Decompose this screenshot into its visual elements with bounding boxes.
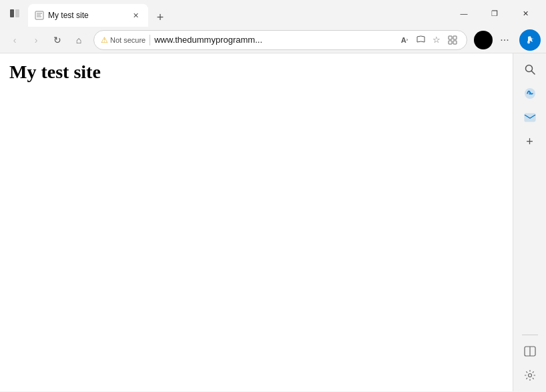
svg-line-13 xyxy=(531,71,535,75)
navbar: ‹ › ↻ ⌂ ⚠ Not secure www.thedummyprogram… xyxy=(0,27,546,53)
svg-point-19 xyxy=(528,374,531,377)
immersive-reader-button[interactable] xyxy=(413,33,428,47)
sidebar-toggle-button[interactable] xyxy=(5,4,24,23)
collections-button[interactable] xyxy=(445,33,460,47)
svg-rect-7 xyxy=(453,36,457,39)
right-sidebar: + xyxy=(513,53,546,391)
active-tab[interactable]: My test site ✕ xyxy=(28,4,148,27)
svg-rect-9 xyxy=(453,41,457,44)
bing-chat-button[interactable] xyxy=(519,29,541,51)
svg-point-11 xyxy=(527,40,530,43)
address-bar-icons: A› ☆ xyxy=(397,33,460,47)
new-tab-button[interactable]: + xyxy=(151,8,170,27)
sidebar-split-screen-button[interactable] xyxy=(519,341,541,362)
page-heading: My test site xyxy=(9,61,503,83)
refresh-button[interactable]: ↻ xyxy=(48,31,67,49)
tab-title: My test site xyxy=(48,11,125,20)
security-warning-icon: ⚠ xyxy=(101,35,108,45)
webpage-content: My test site xyxy=(0,53,513,391)
tab-favicon-icon xyxy=(35,11,44,20)
window-controls: — ❐ ✕ xyxy=(449,0,541,27)
svg-rect-16 xyxy=(525,114,535,122)
profile-button[interactable] xyxy=(474,31,493,49)
browser-body: My test site + xyxy=(0,53,546,391)
favorites-button[interactable]: ☆ xyxy=(429,33,444,47)
home-button[interactable]: ⌂ xyxy=(69,31,88,49)
sidebar-search-button[interactable] xyxy=(519,59,541,80)
read-aloud-button[interactable]: A› xyxy=(397,33,412,47)
sidebar-settings-button[interactable] xyxy=(519,365,541,386)
address-divider xyxy=(150,35,150,45)
forward-button[interactable]: › xyxy=(27,31,45,49)
close-button[interactable]: ✕ xyxy=(510,0,541,27)
svg-rect-1 xyxy=(15,9,19,17)
sidebar-copilot-button[interactable] xyxy=(519,83,541,104)
more-options-button[interactable]: ··· xyxy=(495,31,514,49)
sidebar-outlook-button[interactable] xyxy=(519,107,541,128)
security-warning-text: Not secure xyxy=(110,36,146,44)
url-text: www.thedummyprogramm... xyxy=(154,35,393,45)
sidebar-divider xyxy=(522,335,538,335)
address-bar[interactable]: ⚠ Not secure www.thedummyprogramm... A› … xyxy=(93,30,467,50)
back-button[interactable]: ‹ xyxy=(5,31,24,49)
svg-rect-8 xyxy=(449,41,452,44)
svg-rect-0 xyxy=(10,9,14,17)
tab-strip: My test site ✕ + xyxy=(28,0,449,27)
svg-point-15 xyxy=(529,92,531,95)
minimize-button[interactable]: — xyxy=(449,0,479,27)
sidebar-add-button[interactable]: + xyxy=(519,131,541,152)
svg-rect-6 xyxy=(449,36,452,39)
restore-button[interactable]: ❐ xyxy=(479,0,510,27)
tab-close-button[interactable]: ✕ xyxy=(129,9,142,21)
security-warning: ⚠ Not secure xyxy=(101,35,146,45)
titlebar: My test site ✕ + — ❐ ✕ xyxy=(0,0,546,27)
